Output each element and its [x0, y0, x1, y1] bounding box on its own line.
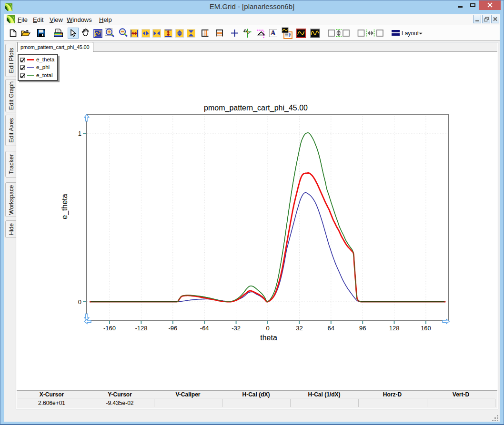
svg-text:1: 1: [78, 130, 81, 137]
svg-text:-64: -64: [200, 325, 209, 332]
svg-text:-96: -96: [168, 325, 177, 332]
svg-text:0: 0: [266, 325, 269, 332]
svg-text:-160: -160: [103, 325, 116, 332]
svg-text:pmom_pattern_cart_phi_45.00: pmom_pattern_cart_phi_45.00: [204, 104, 308, 112]
svg-text:64: 64: [328, 325, 334, 332]
svg-text:32: 32: [296, 325, 302, 332]
svg-text:128: 128: [389, 325, 400, 332]
svg-text:160: 160: [421, 325, 431, 332]
svg-text:-128: -128: [135, 325, 147, 332]
svg-text:e_theta: e_theta: [60, 194, 69, 219]
svg-text:-32: -32: [232, 325, 241, 332]
svg-text:theta: theta: [260, 334, 277, 342]
svg-text:96: 96: [359, 325, 366, 332]
svg-text:0: 0: [78, 298, 81, 306]
